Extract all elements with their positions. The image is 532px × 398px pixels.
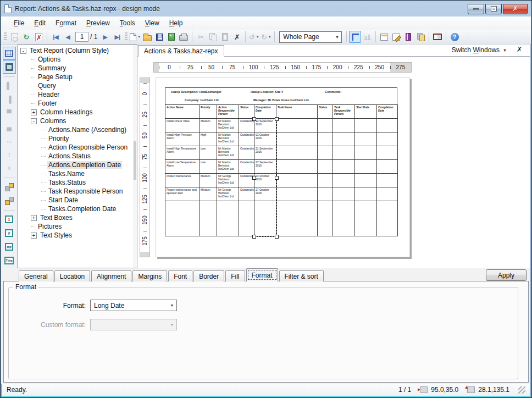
- toolbar-grip[interactable]: [4, 32, 7, 41]
- report-cell[interactable]: [333, 201, 355, 236]
- menu-file[interactable]: File: [9, 18, 29, 29]
- toolbar-grip[interactable]: [125, 32, 128, 41]
- menu-view[interactable]: View: [140, 18, 164, 29]
- report-info-text[interactable]: Hazop Location: Site 4: [251, 90, 283, 93]
- redo-dropdown-icon[interactable]: ▼: [268, 35, 271, 38]
- report-cell[interactable]: Medium: [199, 174, 217, 187]
- refresh-button[interactable]: ↻: [20, 31, 32, 43]
- report-column-header[interactable]: Task Name: [276, 105, 318, 119]
- report-cell[interactable]: [217, 201, 239, 236]
- toggle-chart-button[interactable]: [361, 31, 373, 43]
- report-cell[interactable]: [199, 201, 217, 236]
- report-cell[interactable]: Outstanding: [239, 160, 254, 174]
- report-column-header[interactable]: Priority: [199, 105, 217, 119]
- report-cell[interactable]: 27 October 2016: [254, 187, 276, 201]
- insert-title-button[interactable]: Title: [3, 254, 16, 267]
- report-cell[interactable]: [276, 201, 318, 236]
- clear-preview-button[interactable]: [32, 31, 45, 43]
- report-cell[interactable]: Medium: [199, 119, 217, 132]
- report-cell[interactable]: Proper maintenance: [165, 174, 199, 187]
- selection-handle[interactable]: [275, 176, 279, 180]
- report-cell[interactable]: Mr Marlon Berisford IsoChem Ltd: [217, 119, 239, 132]
- report-cell[interactable]: 12 September 2016: [254, 119, 276, 132]
- help-contents-button[interactable]: [431, 31, 444, 43]
- tree-item-actions-name-ascending[interactable]: Actions.Name (Ascending): [18, 125, 137, 134]
- tab-general[interactable]: General: [19, 270, 53, 281]
- report-cell[interactable]: Mr Marlon Berisford IsoChem Ltd: [217, 132, 239, 146]
- space-down-button[interactable]: ↕: [3, 148, 16, 161]
- help-button[interactable]: ?: [448, 31, 461, 43]
- print-preview-button[interactable]: [8, 31, 20, 43]
- tab-filter-sort[interactable]: Filter & sort: [279, 270, 324, 281]
- open-button[interactable]: [141, 31, 153, 43]
- align-lefts-button[interactable]: ▌: [3, 79, 16, 92]
- send-to-back-button[interactable]: [3, 194, 16, 207]
- report-cell[interactable]: [318, 160, 333, 174]
- tab-location[interactable]: Location: [54, 270, 90, 281]
- report-cell[interactable]: Install Low Temperature Alarm: [165, 160, 199, 174]
- tab-margins[interactable]: Margins: [132, 270, 167, 281]
- report-column-header[interactable]: Status: [239, 105, 254, 119]
- resize-grip[interactable]: [518, 386, 525, 394]
- new-document-button[interactable]: ▼: [129, 31, 141, 43]
- report-cell[interactable]: [318, 174, 333, 187]
- undo-dropdown-icon[interactable]: ▼: [256, 35, 259, 38]
- tab-font[interactable]: Font: [168, 270, 192, 281]
- report-cell[interactable]: [355, 201, 377, 236]
- report-cell[interactable]: [165, 201, 199, 236]
- report-cell[interactable]: [333, 119, 355, 132]
- report-cell[interactable]: 04 October 2016: [254, 174, 276, 187]
- format-select[interactable]: Long Date▼: [90, 300, 177, 311]
- tab-border[interactable]: Border: [193, 270, 224, 281]
- tree-item-start-date[interactable]: Start Date: [18, 196, 137, 204]
- report-cell[interactable]: [355, 160, 377, 174]
- report-cell[interactable]: High: [199, 132, 217, 146]
- report-cell[interactable]: Install Check Valve: [165, 119, 199, 132]
- insert-page-count-button[interactable]: ##: [3, 240, 16, 253]
- report-cell[interactable]: [377, 187, 398, 201]
- page-frame-button[interactable]: [3, 60, 16, 74]
- delete-button[interactable]: ✗: [231, 31, 243, 43]
- restore-button[interactable]: [485, 4, 502, 14]
- selection-handle[interactable]: [252, 117, 256, 121]
- align-rights-button[interactable]: ▐: [3, 93, 16, 106]
- report-cell[interactable]: [355, 174, 377, 187]
- report-cell[interactable]: [377, 146, 398, 160]
- report-cell[interactable]: 03 October 2016: [254, 132, 276, 146]
- report-cell[interactable]: Mr Marlon Berisford IsoChem Ltd: [217, 146, 239, 160]
- selection-handle[interactable]: [275, 117, 279, 121]
- report-cell[interactable]: Mr Marlon Berisford IsoChem Ltd: [217, 160, 239, 174]
- report-column-header[interactable]: Start Date: [355, 105, 377, 119]
- report-cell[interactable]: [377, 201, 398, 236]
- report-info-text[interactable]: Comments:: [325, 90, 341, 93]
- report-cell[interactable]: Mr George Harbison IsoChem Ltd: [217, 174, 239, 187]
- report-cell[interactable]: [318, 132, 333, 146]
- report-cell[interactable]: Mr George Harbison IsoChem Ltd: [217, 187, 239, 201]
- tree-item-task-responsible-person[interactable]: Task Responsible Person: [18, 187, 137, 196]
- report-info-text[interactable]: Company: IsoChem Ltd: [185, 98, 219, 102]
- report-cell[interactable]: [333, 187, 355, 201]
- report-column-header[interactable]: Completion Date: [377, 105, 398, 119]
- report-cell[interactable]: [377, 132, 398, 146]
- report-cell[interactable]: Medium: [199, 187, 217, 201]
- tree-item-text-boxes[interactable]: +Text Boxes: [18, 213, 137, 222]
- page-setup-button[interactable]: [402, 31, 414, 43]
- selection-handle[interactable]: [252, 176, 256, 180]
- selection-handle[interactable]: [275, 235, 279, 239]
- report-cell[interactable]: [276, 174, 318, 187]
- space-across-button[interactable]: ↔: [3, 134, 16, 147]
- edit-report-button[interactable]: [390, 31, 402, 43]
- report-column-header[interactable]: Completion Date: [254, 105, 276, 119]
- insert-page-number-button[interactable]: #: [3, 226, 16, 240]
- last-page-button[interactable]: ▶|: [111, 31, 123, 43]
- report-cell[interactable]: [377, 174, 398, 187]
- tree-item-priority[interactable]: Priority: [18, 134, 137, 143]
- report-cell[interactable]: [276, 160, 318, 174]
- print-button[interactable]: [178, 31, 190, 43]
- report-cell[interactable]: Outstanding: [239, 187, 254, 201]
- report-cell[interactable]: [239, 201, 254, 236]
- tree-item-pictures[interactable]: Pictures: [18, 222, 137, 231]
- toggle-rulers-button[interactable]: [349, 31, 361, 43]
- menu-edit[interactable]: Edit: [29, 18, 51, 29]
- report-cell[interactable]: [355, 132, 377, 146]
